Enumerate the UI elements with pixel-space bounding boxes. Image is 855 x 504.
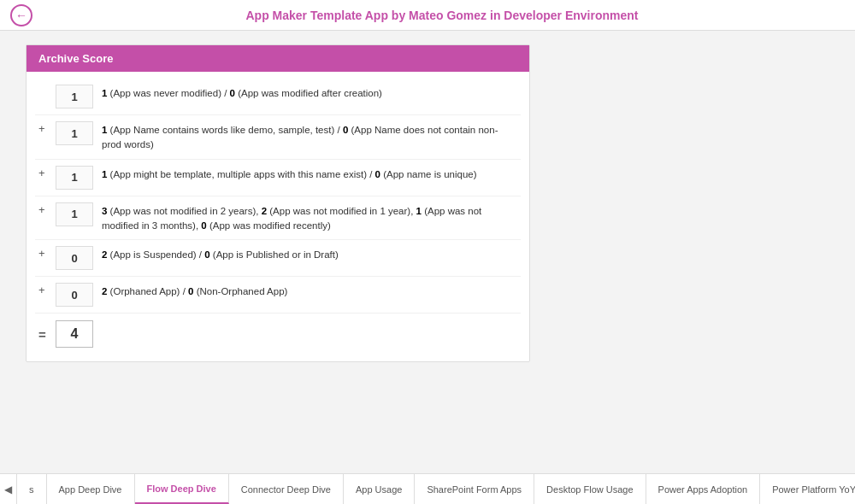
row-operator: + (38, 283, 56, 296)
header: ← App Maker Template App by Mateo Gomez … (0, 0, 855, 31)
row-operator: + (38, 202, 56, 216)
row-value: 0 (56, 246, 93, 270)
row-description: 1 (App was never modified) / 0 (App was … (102, 85, 517, 101)
row-value: 1 (56, 121, 93, 145)
tab-item-connector-deep-dive[interactable]: Connector Deep Dive (229, 474, 344, 504)
score-row: +02 (App is Suspended) / 0 (App is Publi… (35, 240, 521, 277)
total-value: 4 (56, 320, 93, 348)
row-operator: + (38, 166, 56, 179)
back-icon: ← (15, 9, 27, 22)
main-content: Archive Score 11 (App was never modified… (0, 31, 855, 473)
score-row: +11 (App Name contains words like demo, … (35, 115, 521, 160)
row-value: 0 (56, 283, 93, 307)
row-description: 2 (Orphaned App) / 0 (Non-Orphaned App) (102, 283, 517, 299)
row-operator: + (38, 246, 56, 260)
row-operator (38, 85, 56, 85)
score-row: +02 (Orphaned App) / 0 (Non-Orphaned App… (35, 277, 521, 314)
archive-card-body: 11 (App was never modified) / 0 (App was… (27, 72, 529, 361)
score-row: 11 (App was never modified) / 0 (App was… (35, 79, 521, 115)
tab-item-power-platform-yoy-ac[interactable]: Power Platform YoY Ac (760, 474, 855, 504)
tab-item-power-apps-adoption[interactable]: Power Apps Adoption (646, 474, 761, 504)
row-description: 1 (App might be template, multiple apps … (102, 166, 517, 182)
row-value: 1 (56, 202, 93, 226)
tab-item-app-usage[interactable]: App Usage (344, 474, 415, 504)
tab-nav-prev[interactable]: ◀ (0, 474, 17, 504)
total-row: =4 (35, 314, 521, 355)
tab-item-app-deep-dive[interactable]: App Deep Dive (47, 474, 135, 504)
back-button[interactable]: ← (10, 4, 32, 26)
tab-item-desktop-flow-usage[interactable]: Desktop Flow Usage (534, 474, 646, 504)
tab-bar: ◀ sApp Deep DiveFlow Deep DiveConnector … (0, 473, 855, 504)
score-row: +11 (App might be template, multiple app… (35, 160, 521, 196)
tab-item-flow-deep-dive[interactable]: Flow Deep Dive (135, 474, 229, 504)
equals-operator: = (38, 326, 56, 342)
score-row: +13 (App was not modified in 2 years), 2… (35, 196, 521, 241)
archive-score-card: Archive Score 11 (App was never modified… (26, 44, 530, 362)
row-operator: + (38, 121, 56, 135)
row-value: 1 (56, 166, 93, 190)
tab-item-sharepoint-form-apps[interactable]: SharePoint Form Apps (415, 474, 534, 504)
archive-card-title: Archive Score (27, 45, 529, 72)
row-description: 1 (App Name contains words like demo, sa… (102, 121, 517, 153)
page-title: App Maker Template App by Mateo Gomez in… (39, 9, 845, 22)
row-description: 3 (App was not modified in 2 years), 2 (… (102, 202, 517, 234)
row-description: 2 (App is Suspended) / 0 (App is Publish… (102, 246, 517, 262)
row-value: 1 (56, 85, 93, 108)
tab-item-s[interactable]: s (17, 474, 47, 504)
